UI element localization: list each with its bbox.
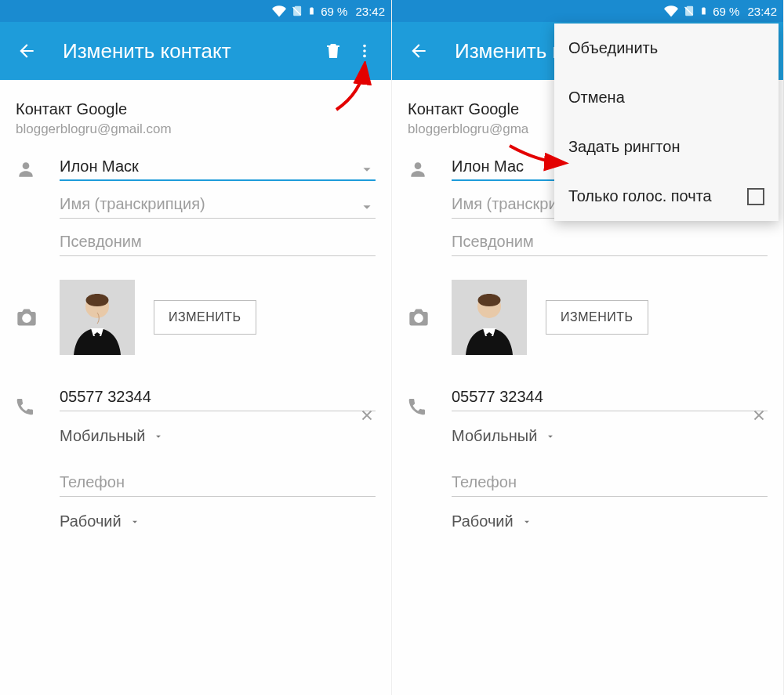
change-photo-button[interactable]: ИЗМЕНИТЬ (546, 300, 648, 335)
phone-type-1[interactable]: Мобильный (60, 427, 376, 445)
wifi-icon (272, 4, 286, 18)
person-icon (16, 148, 60, 179)
name-value: Илон Мас (452, 157, 524, 175)
name-value: Илон Маск (60, 157, 139, 175)
battery-percent: 69 % (321, 5, 347, 18)
overflow-menu-button[interactable] (349, 35, 380, 67)
expand-name-button[interactable] (358, 161, 376, 181)
remove-phone-button[interactable] (358, 407, 376, 427)
phone-type-2[interactable]: Рабочий (452, 512, 768, 530)
camera-icon (408, 306, 452, 328)
phone-row-1: 05577 32344 Мобильный (392, 363, 783, 445)
phone-placeholder: Телефон (60, 473, 125, 490)
phone-field-1[interactable]: 05577 32344 (60, 388, 376, 411)
name-row: Илон Маск Имя (транскрипция) Псевдоним (0, 148, 391, 261)
battery-icon (699, 4, 708, 18)
nickname-field[interactable]: Псевдоним (452, 223, 768, 261)
svg-point-1 (363, 49, 366, 52)
back-button[interactable] (403, 35, 434, 67)
phone-row-1: 05577 32344 Мобильный (0, 363, 391, 445)
account-section: Контакт Google bloggerblogru@gmail.com (0, 80, 391, 148)
phone-icon (16, 388, 60, 419)
screen-before: 69 % 23:42 Изменить контакт Контакт Goog… (0, 0, 392, 695)
contact-photo[interactable] (452, 280, 527, 355)
person-icon (408, 148, 452, 179)
menu-ringtone-label: Задать рингтон (568, 138, 680, 156)
menu-merge[interactable]: Объединить (554, 24, 779, 73)
name-field[interactable]: Илон Маск (60, 148, 376, 186)
photo-row: ИЗМЕНИТЬ (0, 261, 391, 363)
phone-value: 05577 32344 (60, 388, 151, 405)
svg-point-3 (23, 162, 30, 169)
svg-point-6 (415, 162, 422, 169)
account-email: bloggerblogru@gmail.com (16, 121, 376, 137)
account-type: Контакт Google (16, 100, 376, 118)
phone-placeholder: Телефон (452, 473, 517, 490)
menu-cancel-label: Отмена (568, 89, 625, 107)
voicemail-checkbox[interactable] (747, 188, 764, 205)
sim-icon (291, 4, 303, 18)
nickname-placeholder: Псевдоним (60, 233, 142, 250)
wifi-icon (664, 4, 678, 18)
transcription-placeholder: Имя (транскрипция) (60, 195, 205, 212)
phone-type-2-label: Рабочий (452, 512, 514, 530)
change-photo-button[interactable]: ИЗМЕНИТЬ (154, 300, 256, 335)
phone-type-1[interactable]: Мобильный (452, 427, 768, 445)
remove-phone-button[interactable] (750, 407, 768, 427)
phone-icon (408, 388, 452, 419)
status-bar: 69 % 23:42 (392, 0, 783, 22)
status-bar: 69 % 23:42 (0, 0, 391, 22)
menu-merge-label: Объединить (568, 39, 658, 57)
nickname-field[interactable]: Псевдоним (60, 223, 376, 261)
expand-transcription-button[interactable] (358, 198, 376, 219)
menu-cancel[interactable]: Отмена (554, 73, 779, 122)
phone-field-2[interactable]: Телефон (60, 473, 376, 497)
app-bar: Изменить контакт (0, 22, 391, 80)
camera-icon (16, 306, 60, 328)
phone-type-2-label: Рабочий (60, 512, 122, 530)
sim-icon (683, 4, 695, 18)
phone-type-1-label: Мобильный (60, 427, 145, 445)
screen-after: 69 % 23:42 Изменить контакт Объединить О… (392, 0, 784, 695)
menu-voicemail-label: Только голос. почта (568, 187, 712, 205)
appbar-title: Изменить контакт (63, 39, 318, 63)
photo-row: ИЗМЕНИТЬ (392, 261, 783, 363)
menu-voicemail-only[interactable]: Только голос. почта (554, 172, 779, 221)
phone-value: 05577 32344 (452, 388, 543, 405)
contact-photo[interactable] (60, 280, 135, 355)
delete-button[interactable] (318, 35, 349, 67)
clock: 23:42 (355, 5, 385, 18)
phone-type-1-label: Мобильный (452, 427, 537, 445)
nickname-placeholder: Псевдоним (452, 233, 534, 250)
back-button[interactable] (11, 35, 42, 67)
phone-row-2: Телефон Рабочий (0, 445, 391, 530)
battery-percent: 69 % (713, 5, 739, 18)
svg-point-0 (363, 45, 366, 48)
transcription-field[interactable]: Имя (транскрипция) (60, 186, 376, 223)
battery-icon (307, 4, 316, 18)
overflow-menu: Объединить Отмена Задать рингтон Только … (554, 24, 779, 221)
phone-field-2[interactable]: Телефон (452, 473, 768, 497)
phone-field-1[interactable]: 05577 32344 (452, 388, 768, 411)
phone-row-2: Телефон Рабочий (392, 445, 783, 530)
phone-type-2[interactable]: Рабочий (60, 512, 376, 530)
svg-point-2 (363, 55, 366, 58)
form-content: Контакт Google bloggerblogru@gmail.com И… (0, 80, 391, 530)
clock: 23:42 (747, 5, 777, 18)
menu-set-ringtone[interactable]: Задать рингтон (554, 122, 779, 172)
